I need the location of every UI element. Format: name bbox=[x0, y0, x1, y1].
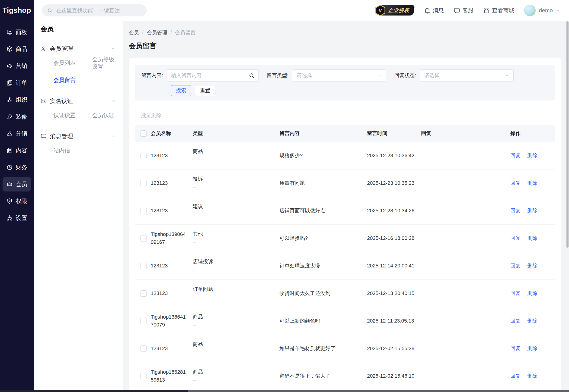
sidebar-item-organization[interactable]: 组织 bbox=[0, 91, 34, 108]
sidebar-item-goods[interactable]: 商品 bbox=[0, 41, 34, 57]
delete-link[interactable]: 删除 bbox=[527, 235, 538, 242]
message-time-cell: 2025-12-02 15:46:10 bbox=[367, 373, 421, 379]
reply-link[interactable]: 回复 bbox=[510, 290, 521, 297]
delete-link[interactable]: 删除 bbox=[527, 180, 538, 187]
reply-link[interactable]: 回复 bbox=[510, 373, 521, 379]
breadcrumb-item[interactable]: 会员管理 bbox=[147, 29, 167, 36]
select-all-checkbox[interactable] bbox=[140, 130, 147, 137]
delete-link[interactable]: 删除 bbox=[527, 317, 538, 324]
member-name-cell: Tigshop13864170079 bbox=[151, 313, 193, 329]
sidebar-item-decoration[interactable]: 装修 bbox=[0, 108, 34, 125]
submenu-title: 会员 bbox=[41, 21, 116, 36]
message-content-input[interactable] bbox=[167, 70, 245, 81]
type-cell: 其他 -- bbox=[193, 230, 279, 247]
reply-link[interactable]: 回复 bbox=[510, 152, 521, 159]
global-search[interactable]: 在这里查找功能，一键直达 bbox=[42, 4, 147, 16]
delete-link[interactable]: 删除 bbox=[527, 290, 538, 297]
delete-link[interactable]: 删除 bbox=[527, 207, 538, 214]
vertical-scrollbar-thumb[interactable] bbox=[567, 21, 569, 248]
header-reply: 回复 bbox=[421, 130, 510, 137]
sidebar-item-finance[interactable]: 财务 bbox=[0, 159, 34, 176]
row-checkbox[interactable] bbox=[140, 180, 147, 186]
type-cell: 订单问题 -- bbox=[193, 285, 279, 302]
license-badge[interactable]: V 企业授权 bbox=[378, 5, 415, 15]
message-type-select[interactable]: 请选择 bbox=[292, 70, 386, 82]
table-row: 123123 订单问题 -- 收货时间太久了还没到 2025-12-13 20:… bbox=[135, 280, 555, 307]
message-content-cell: 店铺页面可以做好点 bbox=[279, 207, 367, 214]
user-menu[interactable]: demo bbox=[524, 5, 561, 16]
sidebar-item-members[interactable]: 会员 bbox=[0, 176, 34, 193]
message-type-placeholder: 请选择 bbox=[297, 72, 312, 79]
settings-icon bbox=[6, 215, 13, 221]
delete-link[interactable]: 删除 bbox=[527, 262, 538, 269]
row-checkbox[interactable] bbox=[140, 208, 147, 214]
reply-link[interactable]: 回复 bbox=[510, 207, 521, 214]
action-divider bbox=[524, 374, 524, 378]
section-head-real-name-auth[interactable]: 实名认证 bbox=[41, 97, 116, 105]
breadcrumb-item[interactable]: 会员 bbox=[129, 29, 139, 36]
delete-link[interactable]: 删除 bbox=[527, 373, 538, 379]
row-actions: 回复 删除 bbox=[510, 373, 555, 379]
row-checkbox[interactable] bbox=[140, 235, 147, 241]
filter-type-label: 留言类型: bbox=[267, 72, 288, 79]
marketing-icon bbox=[6, 63, 13, 69]
customer-service-button[interactable]: 客服 bbox=[453, 7, 474, 14]
sidebar-item-orders[interactable]: 订单 bbox=[0, 74, 34, 91]
search-button[interactable]: 搜索 bbox=[171, 85, 191, 96]
batch-delete-button[interactable]: 批量删除 bbox=[135, 110, 167, 121]
submenu-item-member-level-settings[interactable]: 会员等级设置 bbox=[92, 55, 116, 71]
message-time-cell: 2025-12-02 15:55:28 bbox=[367, 346, 421, 351]
row-checkbox[interactable] bbox=[140, 373, 147, 379]
submenu-item-site-message[interactable]: 站内信 bbox=[53, 142, 92, 159]
delete-link[interactable]: 删除 bbox=[527, 345, 538, 352]
chevron-down-icon bbox=[505, 73, 510, 78]
reset-button[interactable]: 重置 bbox=[195, 85, 215, 96]
idcard-icon bbox=[41, 98, 47, 104]
row-checkbox[interactable] bbox=[140, 290, 147, 297]
row-checkbox[interactable] bbox=[140, 153, 147, 159]
reply-link[interactable]: 回复 bbox=[510, 235, 521, 242]
reply-link[interactable]: 回复 bbox=[510, 262, 521, 269]
sidebar-item-settings[interactable]: 设置 bbox=[0, 210, 34, 226]
submenu-item-auth-settings[interactable]: 认证设置 bbox=[53, 107, 92, 124]
reply-status-select[interactable]: 请选择 bbox=[420, 70, 514, 82]
section-head-message-management[interactable]: 消息管理 bbox=[41, 132, 116, 140]
sidebar-item-label: 商品 bbox=[16, 45, 27, 53]
table-row: Tigshop13906409167 其他 -- 可以退换吗? 2025-12-… bbox=[135, 224, 555, 252]
sidebar-item-distribution[interactable]: 分销 bbox=[0, 125, 34, 142]
messages-button[interactable]: 消息 bbox=[424, 7, 444, 14]
type-value: 投诉 bbox=[193, 175, 279, 183]
row-checkbox[interactable] bbox=[140, 346, 147, 352]
submenu-item-member-auth[interactable]: 会员认证 bbox=[92, 107, 116, 124]
view-mall-button[interactable]: 查看商城 bbox=[483, 7, 514, 14]
member-name-cell: 123123 bbox=[151, 207, 193, 215]
submenu-item-member-list[interactable]: 会员列表 bbox=[53, 55, 92, 71]
delete-link[interactable]: 删除 bbox=[527, 152, 538, 159]
reply-link[interactable]: 回复 bbox=[510, 180, 521, 187]
type-value: 订单问题 bbox=[193, 285, 279, 293]
table-row: Tigshop18628159613 商品 -- 鞋码不是很正，偏大了 2025… bbox=[135, 362, 555, 390]
row-checkbox[interactable] bbox=[140, 263, 147, 269]
sidebar-item-dashboard[interactable]: 面板 bbox=[0, 24, 34, 41]
section-head-member-management[interactable]: 会员管理 bbox=[41, 45, 116, 53]
message-content-cell: 可以退换吗? bbox=[279, 235, 367, 242]
row-checkbox[interactable] bbox=[140, 318, 147, 324]
sidebar-item-content[interactable]: 内容 bbox=[0, 142, 34, 159]
type-sub-value: -- bbox=[193, 157, 196, 162]
finance-icon bbox=[6, 164, 13, 170]
messages-label: 消息 bbox=[433, 7, 444, 14]
header-member-name: 会员名称 bbox=[151, 130, 193, 137]
chevron-down-icon bbox=[556, 8, 561, 13]
field-search-button[interactable] bbox=[245, 70, 258, 81]
header-message-content: 留言内容 bbox=[279, 130, 367, 137]
reply-link[interactable]: 回复 bbox=[510, 345, 521, 352]
submenu-item-member-messages[interactable]: 会员留言 bbox=[53, 71, 92, 89]
user-icon bbox=[41, 46, 47, 52]
member-name-cell: Tigshop18628159613 bbox=[151, 368, 193, 384]
main-content: 会员 / 会员管理 / 会员留言 会员留言 留言内容: 留言类型: bbox=[123, 21, 569, 392]
table-row: 123123 商品 -- 规格多少? 2025-12-23 10:36:42 回… bbox=[135, 142, 555, 169]
reply-link[interactable]: 回复 bbox=[510, 317, 521, 324]
sidebar-item-marketing[interactable]: 营销 bbox=[0, 57, 34, 74]
sidebar-item-permissions[interactable]: 权限 bbox=[0, 193, 34, 210]
content-card: 留言内容: 留言类型: 请选择 回复状态: bbox=[129, 58, 561, 392]
